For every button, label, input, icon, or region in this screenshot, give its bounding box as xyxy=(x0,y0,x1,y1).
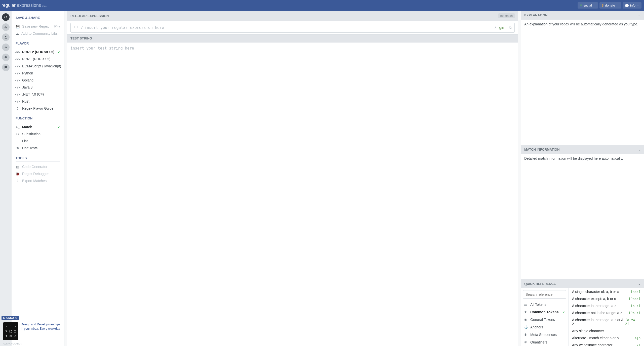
save-icon: 💾 xyxy=(16,25,20,28)
quickref-header: QUICK REFERENCE xyxy=(524,282,556,286)
token-item[interactable]: Any whitespace character\s xyxy=(569,341,644,346)
code-icon: </> xyxy=(16,57,20,61)
cat-anchors[interactable]: ⚓Anchors xyxy=(521,323,568,331)
test-string-input[interactable] xyxy=(70,46,515,342)
sponsors-badge: SPONSORS xyxy=(2,316,19,320)
collapse-icon[interactable]: ⌄ xyxy=(638,282,640,286)
robot-icon xyxy=(4,46,8,49)
no-match-badge: no match xyxy=(498,13,515,18)
token-item[interactable]: A character not in the range: a-z[^a-z] xyxy=(569,309,644,316)
logo[interactable]: regular expressions101 xyxy=(2,3,47,8)
svg-point-3 xyxy=(5,36,7,37)
bug-icon: 🐞 xyxy=(16,172,20,176)
quickref-search[interactable] xyxy=(523,290,566,299)
tool-codegen[interactable]: ▤Code Generator xyxy=(16,163,60,170)
rail-chat[interactable] xyxy=(2,64,10,71)
info-icon: i xyxy=(625,4,629,7)
gear-icon xyxy=(4,56,8,59)
file-icon: ▤ xyxy=(16,165,20,169)
token-item[interactable]: A character in the range: a-z[a-z] xyxy=(569,302,644,309)
match-info-header: MATCH INFORMATION xyxy=(524,148,559,151)
explanation-header: EXPLANATION xyxy=(524,13,547,17)
check-icon: ✓ xyxy=(58,125,60,129)
scissors-icon: ✂ xyxy=(16,132,20,136)
share-icon: ⑂ xyxy=(580,4,582,7)
quickref-list: A single character of: a, b or c[abc] A … xyxy=(569,288,644,346)
flavor-ecmascript[interactable]: </>ECMAScript (JavaScript) xyxy=(16,63,60,70)
flavor-guide[interactable]: ?Regex Flavor Guide xyxy=(16,105,60,112)
svg-rect-2 xyxy=(6,27,7,28)
collapse-icon[interactable]: ⌄ xyxy=(638,14,640,17)
test-string-label: TEST STRING xyxy=(67,34,518,42)
token-item[interactable]: A character except: a, b or c[^abc] xyxy=(569,295,644,302)
flavor-dotnet[interactable]: </>.NET 7.0 (C#) xyxy=(16,91,60,98)
rail-account[interactable] xyxy=(2,33,10,41)
cat-general-tokens[interactable]: ◉General Tokens xyxy=(521,316,568,323)
function-unittests[interactable]: ⚗Unit Tests xyxy=(16,145,60,152)
rail-settings[interactable] xyxy=(2,54,10,61)
tool-export[interactable]: ⤴Export Matches xyxy=(16,177,60,184)
regex-open-slash: / xyxy=(81,25,83,30)
user-icon xyxy=(4,35,8,39)
flavor-java[interactable]: </>Java 8 xyxy=(16,84,60,91)
drag-handle-icon[interactable]: ⋮⋮ xyxy=(71,24,81,31)
rail-library[interactable] xyxy=(2,23,10,31)
token-item[interactable]: A single character of: a, b or c[abc] xyxy=(569,288,644,295)
code-icon: </> xyxy=(16,78,20,82)
flavor-pcre2[interactable]: </> PCRE2 (PHP >=7.3) ✓ xyxy=(16,49,60,56)
flavor-pcre[interactable]: </>PCRE (PHP <7.3) xyxy=(16,56,60,63)
header: regular expressions101 ⑂ social ⌄ $ dona… xyxy=(0,0,644,11)
code-icon: </> xyxy=(16,85,20,89)
token-item[interactable]: Alternate - match either a or ba|b xyxy=(569,334,644,341)
save-share-header: SAVE & SHARE xyxy=(16,14,60,21)
flask-icon: ⚗ xyxy=(16,146,20,150)
sponsor-card[interactable]: »⌂▷ ✎◯▢ T✉↗ Design and Development tips … xyxy=(0,320,64,342)
social-button[interactable]: ⑂ social ⌄ xyxy=(578,2,598,9)
code-icon: </> xyxy=(16,93,20,96)
terminal-icon: >_ xyxy=(16,125,20,129)
rail-editor[interactable] xyxy=(2,13,10,21)
cat-common-tokens[interactable]: ★Common Tokens✓ xyxy=(521,308,568,316)
rail-quiz[interactable] xyxy=(2,44,10,51)
tool-debugger[interactable]: 🐞Regex Debugger xyxy=(16,170,60,177)
code-icon: </> xyxy=(16,100,20,103)
token-item[interactable]: A character in the range: a-z or A-Z[a-z… xyxy=(569,316,644,327)
add-community[interactable]: ☁ Add to Community Libr… xyxy=(16,30,60,37)
svg-rect-4 xyxy=(5,47,7,48)
sponsors: SPONSORS »⌂▷ ✎◯▢ T✉↗ Design and Developm… xyxy=(0,316,64,346)
cat-meta[interactable]: ✱Meta Sequences xyxy=(521,331,568,338)
function-substitution[interactable]: ✂Substitution xyxy=(16,131,60,138)
donate-button[interactable]: $ donate ⌄ xyxy=(599,2,621,9)
collapse-icon[interactable]: ⌄ xyxy=(638,148,640,151)
cat-all-tokens[interactable]: ▬All Tokens xyxy=(521,301,568,308)
chart-icon xyxy=(4,25,8,29)
flavor-golang[interactable]: </>Golang xyxy=(16,77,60,84)
tools-header: TOOLS xyxy=(16,155,60,162)
flavor-rust[interactable]: </>Rust xyxy=(16,98,60,105)
sponsor-image: »⌂▷ ✎◯▢ T✉↗ xyxy=(3,322,18,340)
info-button[interactable]: i info ⌄ xyxy=(623,2,641,9)
export-icon: ⤴ xyxy=(16,179,20,183)
sponsor-via[interactable]: ADS VIA CARBON xyxy=(0,342,64,346)
cat-quantifiers[interactable]: ①Quantifiers xyxy=(521,338,568,346)
check-icon: ✓ xyxy=(562,311,565,314)
regex-row: ⋮⋮ / / gm ⧉ xyxy=(70,23,515,33)
save-new-regex[interactable]: 💾 Save new Regex ⌘+s xyxy=(16,23,60,30)
function-match[interactable]: >_ Match ✓ xyxy=(16,123,60,131)
regex-flags[interactable]: gm xyxy=(497,25,506,30)
list-icon: ☰ xyxy=(16,139,20,143)
copy-icon[interactable]: ⧉ xyxy=(506,26,514,30)
check-icon: ✓ xyxy=(58,50,60,54)
code-icon xyxy=(4,15,8,19)
regex-close-slash: / xyxy=(494,25,497,30)
function-list[interactable]: ☰List xyxy=(16,138,60,145)
regex-label: REGULAR EXPRESSION xyxy=(70,14,109,18)
atom-icon: ✱ xyxy=(524,333,528,336)
regex-input[interactable] xyxy=(83,23,494,32)
target-icon: ◉ xyxy=(524,318,528,321)
match-info-body: Detailed match information will be displ… xyxy=(521,154,644,279)
flavor-python[interactable]: </>Python xyxy=(16,70,60,77)
star-icon: ★ xyxy=(524,310,528,314)
sidebar: SAVE & SHARE 💾 Save new Regex ⌘+s ☁ Add … xyxy=(12,11,64,346)
token-item[interactable]: Any single character. xyxy=(569,327,644,334)
